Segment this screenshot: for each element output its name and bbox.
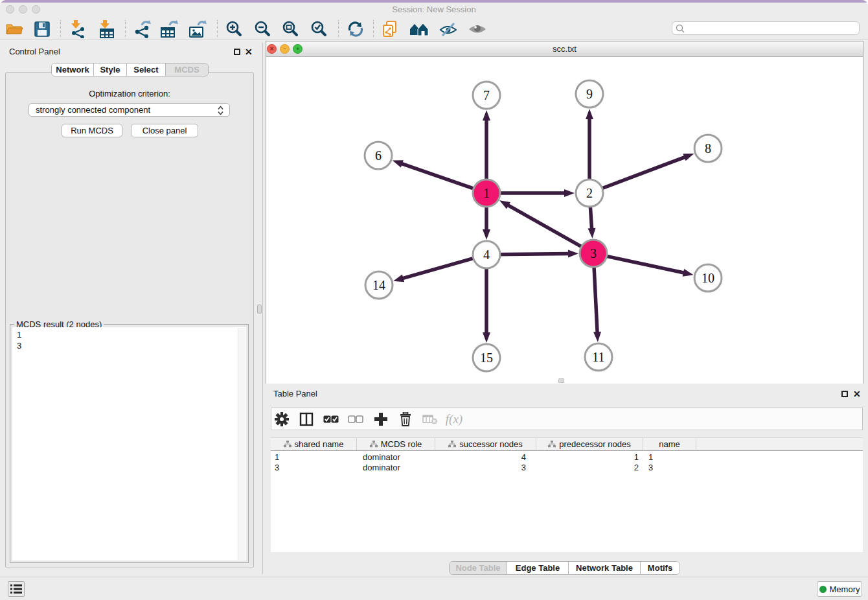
table-splitter-handle[interactable] xyxy=(558,378,564,383)
mcds-result-item: 3 xyxy=(17,340,246,351)
graph-node-label: 10 xyxy=(702,271,714,285)
search-field[interactable] xyxy=(672,21,860,35)
graph-edge-2-8[interactable] xyxy=(595,157,685,190)
tab-network-table[interactable]: Network Table xyxy=(569,562,641,574)
graph-node-label: 8 xyxy=(705,141,711,156)
namespace-icon xyxy=(448,441,456,448)
column-header-name[interactable]: name xyxy=(643,438,696,450)
network-canvas[interactable]: 7968124314101511 xyxy=(266,58,863,384)
graph-arrowhead xyxy=(483,229,490,240)
column-header-shared-name[interactable]: shared name xyxy=(271,438,357,450)
table-panel-float-icon[interactable] xyxy=(841,391,848,397)
graph-arrowhead xyxy=(683,269,694,277)
result-scrollbar[interactable] xyxy=(238,328,246,560)
optimization-criterion-select[interactable]: strongly connected component xyxy=(29,103,230,117)
graph-node-label: 2 xyxy=(586,186,593,200)
zoom-fit-icon[interactable] xyxy=(279,19,303,39)
toolbar-separator xyxy=(60,20,61,37)
unselect-all-icon[interactable] xyxy=(344,409,367,429)
panel-splitter[interactable] xyxy=(262,43,263,574)
show-graphics-icon[interactable] xyxy=(465,19,490,39)
network-window-titlebar[interactable]: ✕ − + scc.txt xyxy=(266,41,863,57)
column-header-mcds-role[interactable]: MCDS role xyxy=(357,438,435,450)
column-header-predecessor-nodes[interactable]: predecessor nodes xyxy=(536,438,643,450)
graph-edge-1-6[interactable] xyxy=(401,163,481,191)
function-builder-icon[interactable]: f(x) xyxy=(442,409,466,429)
toolbar-separator xyxy=(373,20,374,37)
control-panel-float-icon[interactable] xyxy=(234,49,240,55)
tab-select[interactable]: Select xyxy=(127,63,166,76)
run-mcds-button[interactable]: Run MCDS xyxy=(62,124,122,137)
hide-graphics-icon[interactable] xyxy=(436,19,461,39)
tab-network[interactable]: Network xyxy=(52,63,94,76)
control-panel-close-icon[interactable]: ✕ xyxy=(245,48,253,56)
table-row[interactable]: 3 dominator 3 2 3 xyxy=(271,463,863,473)
select-chevrons-icon xyxy=(217,106,224,115)
table-settings-icon[interactable] xyxy=(270,409,293,429)
task-history-button[interactable] xyxy=(8,581,25,597)
import-network-icon[interactable] xyxy=(65,19,90,39)
graph-arrowhead xyxy=(483,110,490,121)
zoom-out-icon[interactable] xyxy=(251,19,275,39)
graph-edge-3-10[interactable] xyxy=(600,255,685,273)
mcds-result-list[interactable]: 1 3 xyxy=(12,327,246,560)
toolbar-separator xyxy=(217,20,218,37)
graph-node-label: 1 xyxy=(483,186,490,200)
zoom-in-icon[interactable] xyxy=(222,19,247,39)
network-graph: 7968124314101511 xyxy=(266,58,863,384)
zoom-selected-icon[interactable] xyxy=(307,19,332,39)
tab-style[interactable]: Style xyxy=(94,63,127,76)
memory-label: Memory xyxy=(830,584,860,594)
graph-arrowhead xyxy=(586,109,593,119)
export-image-icon[interactable] xyxy=(185,19,210,39)
application-window: Session: New Session xyxy=(0,0,868,600)
graph-node-label: 7 xyxy=(483,88,490,102)
close-panel-button[interactable]: Close panel xyxy=(131,124,198,137)
table-row[interactable]: 1 dominator 4 1 1 xyxy=(271,452,863,463)
toolbar-separator xyxy=(125,20,126,37)
import-table-icon[interactable] xyxy=(95,19,119,39)
tab-edge-table[interactable]: Edge Table xyxy=(507,562,569,574)
mcds-result-group: MCDS result (2 nodes) 1 3 xyxy=(10,324,249,563)
graph-edge-4-14[interactable] xyxy=(402,257,481,279)
graph-arrowhead xyxy=(593,332,601,342)
graph-edge-4-3[interactable] xyxy=(493,253,569,254)
panel-splitter-handle[interactable] xyxy=(257,305,262,314)
duplicate-network-icon[interactable] xyxy=(378,19,402,39)
open-session-icon[interactable] xyxy=(2,19,27,39)
select-all-icon[interactable] xyxy=(319,409,343,429)
export-network-icon[interactable] xyxy=(130,19,155,39)
table-tabs: Node Table Edge Table Network Table Moti… xyxy=(449,561,680,575)
graph-arrowhead xyxy=(683,154,694,161)
graph-node-label: 11 xyxy=(592,350,604,364)
window-title: Session: New Session xyxy=(0,5,868,14)
window-accent-strip xyxy=(0,0,868,3)
show-column-icon[interactable] xyxy=(295,409,318,429)
graph-node-label: 4 xyxy=(483,248,490,262)
tab-motifs[interactable]: Motifs xyxy=(641,562,680,574)
optimization-criterion-label: Optimization criterion: xyxy=(5,89,254,98)
table-panel-close-icon[interactable]: ✕ xyxy=(853,390,861,398)
save-session-icon[interactable] xyxy=(30,19,54,39)
delete-table-icon[interactable] xyxy=(418,409,442,429)
network-window-title: scc.txt xyxy=(266,44,863,54)
export-table-icon[interactable] xyxy=(157,19,181,39)
graph-arrowhead xyxy=(568,249,578,257)
graph-edge-3-11[interactable] xyxy=(593,260,597,333)
tab-mcds[interactable]: MCDS xyxy=(166,63,208,76)
search-input[interactable] xyxy=(687,23,855,34)
column-header-successor-nodes[interactable]: successor nodes xyxy=(435,438,536,450)
add-icon[interactable] xyxy=(369,409,393,429)
memory-button[interactable]: Memory xyxy=(817,581,862,597)
namespace-icon xyxy=(370,441,378,448)
toolbar-separator xyxy=(338,20,339,37)
graph-edge-3-1[interactable] xyxy=(507,205,588,250)
memory-status-icon xyxy=(819,586,827,593)
namespace-icon xyxy=(548,441,556,448)
refresh-icon[interactable] xyxy=(343,19,368,39)
home-icon[interactable] xyxy=(407,19,431,39)
graph-node-label: 6 xyxy=(375,148,382,163)
tab-node-table[interactable]: Node Table xyxy=(450,562,507,574)
graph-node-label: 3 xyxy=(590,246,597,260)
delete-icon[interactable] xyxy=(394,409,417,429)
